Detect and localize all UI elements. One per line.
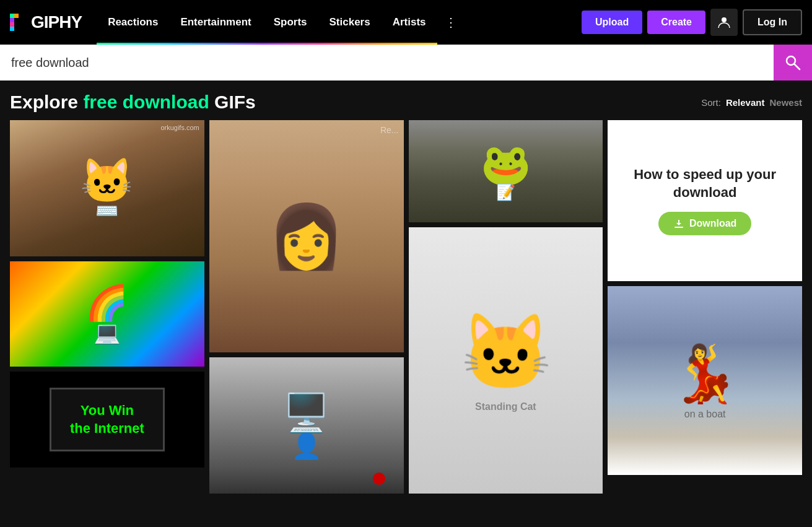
gif-you-win-internet[interactable]: You Winthe Internet	[10, 372, 204, 468]
search-input[interactable]	[11, 56, 774, 70]
gif-column-4: How to speed up your download Download 💃…	[608, 120, 802, 494]
explore-title: Explore free download GIFs	[10, 92, 256, 113]
login-button[interactable]: Log In	[743, 9, 802, 35]
gif-kermit-typing[interactable]: 🐸 📝	[409, 120, 603, 222]
ad-download-label: Download	[689, 218, 736, 229]
search-icon	[784, 54, 801, 71]
explore-prefix: Explore	[10, 92, 83, 112]
gif-column-3: 🐸 📝 🐱 Standing Cat	[409, 120, 603, 494]
user-icon-button[interactable]	[710, 9, 738, 36]
user-icon	[717, 15, 731, 29]
svg-rect-1	[10, 18, 14, 22]
download-icon	[673, 218, 684, 229]
header: GIPHY Reactions Entertainment Sports Sti…	[0, 0, 812, 45]
gif-rainbow-computer[interactable]: 🌈 💻	[10, 261, 204, 367]
svg-rect-2	[10, 22, 14, 27]
svg-rect-0	[10, 14, 14, 18]
logo-area[interactable]: GIPHY	[10, 12, 82, 32]
giphy-logo-icon	[10, 14, 27, 31]
explore-highlight: free download	[83, 92, 209, 112]
search-bar	[0, 45, 812, 81]
gif-cat-typing[interactable]: 🐱 ⌨️ orkugifs.com	[10, 120, 204, 256]
nav-artists[interactable]: Artists	[382, 0, 437, 45]
nav-entertainment[interactable]: Entertainment	[169, 0, 262, 45]
logo-text: GIPHY	[31, 12, 82, 32]
svg-point-5	[722, 17, 727, 22]
gif-column-1: 🐱 ⌨️ orkugifs.com 🌈 💻 You Winthe Interne…	[10, 120, 204, 494]
svg-line-7	[795, 64, 800, 70]
gif-person-old-computer[interactable]: 🖥️ 👤	[209, 357, 404, 494]
you-win-screen: You Winthe Internet	[50, 388, 165, 451]
gif-rihanna-boat[interactable]: 💃 on a boat	[608, 286, 802, 475]
gif-woman-smiling[interactable]: 👩 Re...	[209, 120, 404, 352]
ad-download-button[interactable]: Download	[658, 212, 751, 235]
search-button[interactable]	[774, 45, 812, 81]
sort-area: Sort: Relevant Newest	[701, 97, 802, 108]
svg-rect-3	[10, 27, 14, 31]
explore-suffix: GIFs	[209, 92, 256, 112]
ad-title: How to speed up your download	[620, 166, 790, 201]
sort-label: Sort:	[701, 97, 721, 108]
svg-rect-8	[674, 227, 683, 228]
gif-cat-standing[interactable]: 🐱 Standing Cat	[409, 227, 603, 494]
sort-relevant[interactable]: Relevant	[726, 97, 765, 108]
sort-newest[interactable]: Newest	[769, 97, 802, 108]
explore-section: Explore free download GIFs Sort: Relevan…	[0, 81, 812, 120]
nav-sports[interactable]: Sports	[263, 0, 318, 45]
main-nav: Reactions Entertainment Sports Stickers …	[97, 0, 577, 45]
you-win-text: You Winthe Internet	[70, 402, 144, 437]
nav-reactions[interactable]: Reactions	[97, 0, 169, 45]
gif-column-2: 👩 Re... 🖥️ 👤	[209, 120, 404, 494]
svg-rect-4	[14, 14, 19, 18]
gif-ad-download[interactable]: How to speed up your download Download	[608, 120, 802, 281]
header-actions: Upload Create Log In	[582, 9, 802, 36]
upload-button[interactable]: Upload	[582, 11, 642, 34]
create-button[interactable]: Create	[647, 11, 705, 34]
gif-grid: 🐱 ⌨️ orkugifs.com 🌈 💻 You Winthe Interne…	[0, 120, 812, 503]
nav-stickers[interactable]: Stickers	[318, 0, 382, 45]
nav-more-button[interactable]: ⋮	[437, 0, 465, 45]
